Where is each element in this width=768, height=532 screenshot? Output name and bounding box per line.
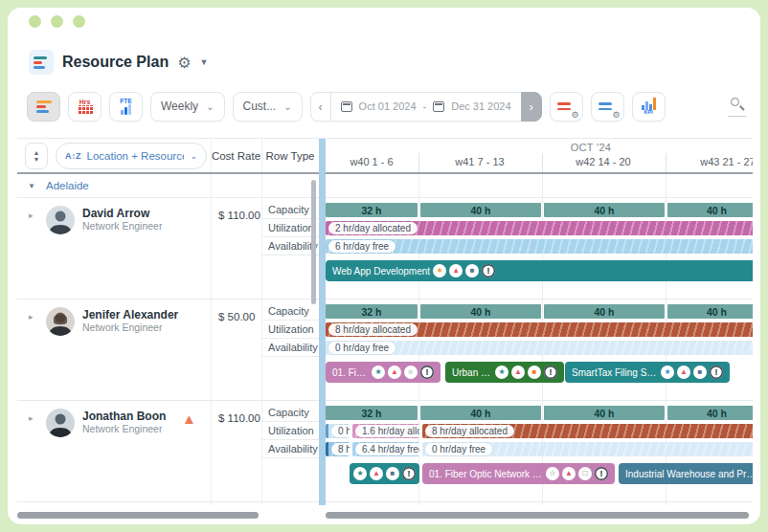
timeline-header: OCT '24 w40 1 - 6 w41 7 - 13 w42 14 - 20… (326, 139, 753, 174)
status-square-icon: ■ (693, 366, 707, 379)
range-select[interactable]: Cust... ⌄ (233, 92, 303, 122)
timeline-panel: OCT '24 w40 1 - 6 w41 7 - 13 w42 14 - 20… (326, 139, 753, 505)
capacity-bar[interactable]: 32 h (326, 304, 418, 319)
utilization-label: 0 hr (331, 425, 350, 437)
prev-period-button[interactable]: ‹ (310, 92, 331, 122)
gantt-view-button[interactable] (27, 92, 60, 122)
toolbar: Hrs FTE Weekly ⌄ Cust... ⌄ ‹ Oct 01 2 (27, 90, 747, 122)
interval-select[interactable]: Weekly ⌄ (150, 92, 225, 122)
capacity-bar[interactable]: 40 h (420, 406, 541, 420)
resource-grid: ▲ ▼ A↕Z Location + Resource +... ⌄ Cost … (17, 138, 753, 505)
list-vertical-scrollbar[interactable] (311, 180, 316, 304)
avatar (46, 409, 75, 437)
resource-role: Network Engineer (82, 220, 162, 233)
grouping-select[interactable]: A↕Z Location + Resource +... ⌄ (56, 143, 207, 169)
window-dot-icon[interactable] (51, 15, 63, 28)
title-caret-icon[interactable]: ▼ (200, 57, 209, 67)
booking-label: Industrial Warehouse and Pressure Ves (625, 469, 753, 479)
booking-bar[interactable]: SmartTax Filing System ★ ▲ ■ ! (565, 362, 730, 383)
utilization-bar[interactable]: 8 hr/day allocated (326, 322, 753, 337)
utilization-bar[interactable]: 0 hr (326, 424, 350, 438)
next-period-button[interactable]: › (521, 92, 542, 122)
header-gridline (542, 153, 543, 172)
capacity-bar[interactable]: 40 h (420, 203, 541, 217)
cost-rate-value: $ 110.00 (218, 210, 260, 221)
booking-bar[interactable]: Urban Infras... ★ ▲ ■ ! (445, 362, 564, 383)
expand-icon[interactable]: ▸ (29, 312, 34, 321)
week-label: w42 14 - 20 (576, 156, 630, 167)
hours-view-button[interactable]: Hrs (68, 92, 102, 122)
priority-triangle-icon: ▲ (370, 467, 383, 480)
chevron-down-icon: ⌄ (283, 101, 291, 112)
window-dot-icon[interactable] (73, 15, 85, 28)
booking-bar[interactable]: 01. Fiber Optic Network Expansion ☆ ▲ □ … (422, 463, 615, 484)
kpi-chart-icon: KPI (642, 98, 656, 115)
interval-value: Weekly (161, 100, 198, 113)
priority-triangle-icon: ▲ (449, 264, 463, 277)
status-square-icon: ■ (528, 366, 541, 379)
utilization-bar[interactable]: 1.6 hr/day allocated (352, 424, 419, 438)
star-icon: ★ (353, 467, 367, 480)
date-separator: - (423, 100, 427, 112)
resource-filter-button[interactable]: ⚙ (550, 92, 583, 122)
expand-icon[interactable]: ▸ (29, 413, 34, 423)
capacity-bar[interactable]: 40 h (667, 203, 753, 217)
timeline-horizontal-scrollbar[interactable] (326, 512, 749, 519)
resource-role: Network Engineer (82, 321, 178, 334)
star-icon: ★ (433, 264, 446, 277)
week-label: w43 21 - 27 (700, 156, 753, 167)
window-dot-icon[interactable] (29, 15, 41, 28)
settings-gear-icon[interactable]: ⚙ (177, 54, 191, 72)
capacity-bar[interactable]: 40 h (667, 304, 753, 319)
chevron-down-icon: ⌄ (206, 101, 214, 112)
availability-bar[interactable]: 6 hr/day free (326, 239, 753, 254)
kpi-report-button[interactable]: KPI (632, 92, 666, 122)
booking-bar[interactable]: Industrial Warehouse and Pressure Ves (619, 463, 753, 484)
capacity-bar[interactable]: 40 h (544, 406, 665, 420)
list-horizontal-scrollbar[interactable] (17, 512, 259, 519)
avatar (46, 206, 75, 234)
capacity-bar[interactable]: 40 h (544, 203, 665, 217)
star-icon: ★ (495, 366, 508, 379)
resource-identity: David Arrow Network Engineer (82, 207, 162, 233)
app-window: Resource Plan ⚙ ▼ Hrs FTE Weekly ⌄ (8, 8, 760, 524)
utilization-bar[interactable]: 2 hr/day allocated (326, 221, 753, 235)
sort-order-button[interactable]: ▲ ▼ (25, 143, 48, 169)
capacity-bar[interactable]: 40 h (420, 304, 541, 319)
booking-bar[interactable]: Web App Development ★ ▲ ■ ! (326, 260, 753, 281)
utilization-label: 8 hr/day allocated (425, 425, 514, 437)
utilization-bar[interactable]: 8 hr/day allocated (422, 424, 753, 438)
group-row-adelaide[interactable]: ▾ Adelaide (17, 174, 319, 198)
star-icon: ☆ (546, 467, 559, 480)
alert-icon: ! (420, 366, 434, 379)
booking-filter-button[interactable]: ⚙ (591, 92, 624, 122)
booking-label: SmartTax Filing System (572, 367, 658, 378)
resource-row-info: ▸ Jenifer Alexander Network Engineer $ 5… (17, 299, 319, 401)
capacity-bar[interactable]: 40 h (544, 304, 665, 319)
capacity-bar[interactable]: 32 h (326, 406, 418, 420)
resource-name: David Arrow (82, 207, 162, 220)
row-type-utilization: Utilization (261, 321, 319, 339)
availability-bar[interactable]: 6.4 hr/day free (352, 442, 419, 456)
overload-warning-icon[interactable]: ▲ (182, 410, 196, 427)
timeline-resource-row: 32 h 40 h 40 h 40 h 8 hr/day allocated 0… (326, 299, 753, 401)
capacity-bar[interactable]: 32 h (326, 203, 418, 217)
availability-bar[interactable]: 0 hr/day free (326, 341, 753, 355)
fte-view-button[interactable]: FTE (109, 92, 143, 122)
availability-bar[interactable]: 0 hr/day free (422, 442, 753, 456)
availability-label: 6 hr/day free (328, 240, 395, 253)
date-range-field[interactable]: Oct 01 2024 - Dec 31 2024 (331, 92, 521, 122)
capacity-bar[interactable]: 40 h (667, 406, 753, 420)
row-type-capacity: Capacity (261, 302, 319, 321)
collapse-icon[interactable]: ▾ (17, 181, 46, 190)
group-name: Adelaide (46, 180, 89, 191)
window-controls (29, 15, 85, 28)
expand-icon[interactable]: ▸ (29, 211, 34, 220)
availability-label: 8 hr (331, 443, 350, 455)
availability-bar[interactable]: 8 hr (326, 442, 350, 456)
booking-bar[interactable]: 01. Fiber Op... ★ ▲ ■ ! (326, 362, 440, 383)
panel-divider[interactable] (319, 139, 326, 505)
booking-bar[interactable]: ★ ▲ ■ ! (350, 463, 419, 484)
search-button[interactable] (728, 96, 747, 117)
star-icon: ★ (661, 366, 674, 379)
